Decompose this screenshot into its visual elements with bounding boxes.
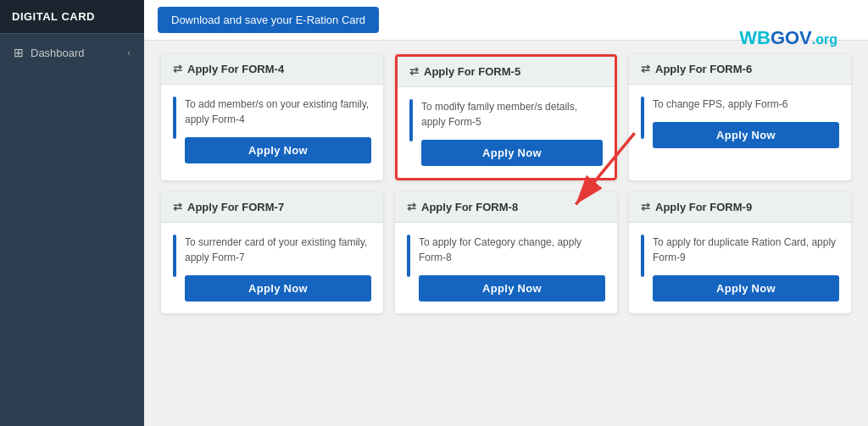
form9-card: ⇄ Apply For FORM-9 To apply for duplicat… [629, 192, 851, 313]
form8-header: ⇄ Apply For FORM-8 [395, 192, 617, 223]
form7-header: ⇄ Apply For FORM-7 [161, 192, 383, 223]
chevron-icon: ‹ [127, 47, 131, 58]
form5-content: To modify family member/s details, apply… [421, 99, 603, 166]
form6-description: To change FPS, apply Form-6 [653, 97, 839, 112]
form7-title: Apply For FORM-7 [187, 201, 284, 213]
form5-description: To modify family member/s details, apply… [421, 99, 603, 130]
form4-card: ⇄ Apply For FORM-4 To add member/s on yo… [161, 54, 383, 180]
form5-icon: ⇄ [409, 65, 419, 78]
form8-description: To apply for Category change, apply Form… [419, 235, 605, 265]
form6-content: To change FPS, apply Form-6 Apply Now [653, 97, 839, 148]
form5-apply-button[interactable]: Apply Now [421, 140, 603, 166]
form6-card: ⇄ Apply For FORM-6 To change FPS, apply … [629, 54, 851, 180]
form9-title: Apply For FORM-9 [655, 201, 752, 213]
form4-body: To add member/s on your existing family,… [161, 85, 383, 175]
form5-body: To modify family member/s details, apply… [398, 87, 615, 178]
form4-content: To add member/s on your existing family,… [185, 97, 371, 163]
form6-body: To change FPS, apply Form-6 Apply Now [629, 85, 851, 160]
form7-content: To surrender card of your existing famil… [185, 235, 371, 302]
form9-body: To apply for duplicate Ration Card, appl… [629, 223, 851, 313]
form8-card: ⇄ Apply For FORM-8 To apply for Category… [395, 192, 617, 313]
form5-card: ⇄ Apply For FORM-5 To modify family memb… [395, 54, 617, 180]
download-button[interactable]: Download and save your E-Ration Card [158, 7, 379, 33]
topbar: Download and save your E-Ration Card WBG… [144, 0, 868, 41]
form4-accent [173, 97, 176, 139]
form4-header: ⇄ Apply For FORM-4 [161, 54, 383, 85]
form4-apply-button[interactable]: Apply Now [185, 137, 371, 163]
form9-header: ⇄ Apply For FORM-9 [629, 192, 851, 223]
form7-apply-button[interactable]: Apply Now [185, 275, 371, 302]
form8-accent [407, 235, 410, 277]
form6-header: ⇄ Apply For FORM-6 [629, 54, 851, 85]
form7-card: ⇄ Apply For FORM-7 To surrender card of … [161, 192, 383, 313]
form9-content: To apply for duplicate Ration Card, appl… [653, 235, 839, 302]
form6-title: Apply For FORM-6 [655, 63, 752, 75]
cards-grid: ⇄ Apply For FORM-4 To add member/s on yo… [161, 54, 851, 313]
form8-icon: ⇄ [407, 201, 416, 213]
form7-body: To surrender card of your existing famil… [161, 223, 383, 313]
form9-apply-button[interactable]: Apply Now [653, 275, 839, 302]
form9-description: To apply for duplicate Ration Card, appl… [653, 235, 839, 265]
form8-apply-button[interactable]: Apply Now [419, 275, 605, 302]
form5-title: Apply For FORM-5 [424, 65, 520, 78]
form5-header: ⇄ Apply For FORM-5 [398, 57, 615, 87]
form7-icon: ⇄ [173, 201, 182, 213]
form7-accent [173, 235, 176, 277]
sidebar-title: DIGITAL CARD [0, 0, 144, 33]
sidebar-item-dashboard[interactable]: ⊞ Dashboard ‹ [0, 33, 144, 71]
form6-apply-button[interactable]: Apply Now [653, 122, 839, 148]
main-content: Download and save your E-Ration Card WBG… [144, 0, 868, 426]
dashboard-icon: ⊞ [14, 46, 24, 59]
form6-icon: ⇄ [641, 63, 650, 75]
form4-icon: ⇄ [173, 63, 182, 75]
form7-description: To surrender card of your existing famil… [185, 235, 371, 265]
form8-title: Apply For FORM-8 [421, 201, 518, 213]
form6-accent [641, 97, 644, 139]
form9-icon: ⇄ [641, 201, 650, 213]
form4-title: Apply For FORM-4 [187, 63, 284, 75]
form9-accent [641, 235, 644, 277]
cards-area: ⇄ Apply For FORM-4 To add member/s on yo… [144, 41, 868, 426]
form4-description: To add member/s on your existing family,… [185, 97, 371, 127]
sidebar: DIGITAL CARD ⊞ Dashboard ‹ [0, 0, 144, 426]
form5-accent [409, 99, 413, 141]
form8-body: To apply for Category change, apply Form… [395, 223, 617, 313]
sidebar-dashboard-label: Dashboard [31, 47, 85, 59]
form8-content: To apply for Category change, apply Form… [419, 235, 605, 302]
